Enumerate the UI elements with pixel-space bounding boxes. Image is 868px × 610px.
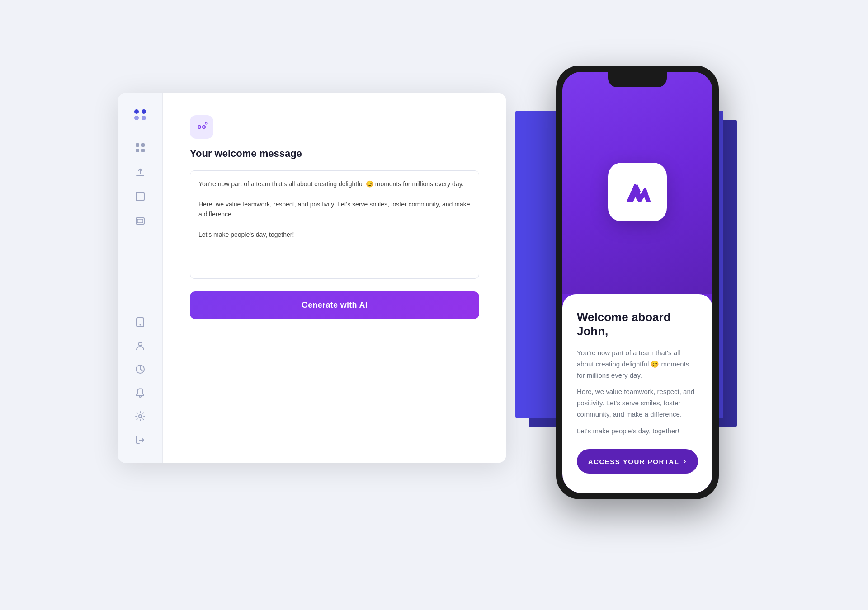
main-content: Your welcome message Generate with AI	[163, 93, 506, 463]
chart-icon[interactable]	[130, 359, 150, 379]
phone-body-p1: You're now part of a team that's all abo…	[577, 347, 698, 381]
logout-icon[interactable]	[130, 430, 150, 450]
svg-rect-6	[136, 149, 139, 152]
svg-rect-10	[137, 219, 143, 223]
phone-inner: Welcome aboard John, You're now part of …	[562, 72, 712, 493]
mobile-icon[interactable]	[130, 312, 150, 332]
upload-icon[interactable]	[130, 162, 150, 182]
svg-point-21	[206, 123, 207, 124]
layers-icon[interactable]	[130, 211, 150, 231]
phone-bottom-card: Welcome aboard John, You're now part of …	[562, 294, 712, 493]
chevron-right-icon: ›	[684, 457, 687, 465]
svg-point-18	[198, 126, 200, 128]
message-textarea[interactable]	[190, 170, 479, 279]
app-icon-box	[608, 163, 667, 221]
sidebar-logo	[132, 106, 148, 124]
svg-point-13	[138, 342, 142, 346]
access-button-label: ACCESS YOUR PORTAL	[588, 458, 679, 465]
svg-point-12	[139, 324, 141, 326]
svg-point-1	[142, 109, 146, 114]
svg-rect-8	[136, 192, 144, 201]
grid-icon[interactable]	[130, 138, 150, 158]
svg-point-2	[134, 116, 139, 120]
desktop-app-card: Your welcome message Generate with AI	[118, 93, 506, 463]
svg-point-15	[139, 415, 142, 418]
scene: Your welcome message Generate with AI	[118, 56, 750, 554]
svg-rect-4	[136, 143, 139, 147]
settings-icon[interactable]	[130, 406, 150, 426]
svg-rect-7	[141, 149, 145, 152]
sidebar	[118, 93, 163, 463]
sidebar-bottom	[130, 312, 150, 450]
phone-notch	[608, 72, 667, 87]
phone-welcome-heading: Welcome aboard John,	[577, 310, 698, 338]
phone-frame: Welcome aboard John, You're now part of …	[556, 66, 719, 499]
bell-icon[interactable]	[130, 383, 150, 403]
section-title: Your welcome message	[190, 148, 479, 160]
user-icon[interactable]	[130, 336, 150, 356]
phone-wrapper: Welcome aboard John, You're now part of …	[524, 56, 750, 508]
generate-button[interactable]: Generate with AI	[190, 291, 479, 319]
phone-body-p3: Let's make people's day, together!	[577, 426, 698, 437]
phone-top-section	[562, 72, 712, 294]
svg-point-0	[134, 109, 139, 114]
access-portal-button[interactable]: ACCESS YOUR PORTAL ›	[577, 449, 698, 474]
svg-rect-5	[141, 143, 145, 147]
square-icon[interactable]	[130, 187, 150, 206]
svg-point-3	[142, 116, 146, 120]
phone-body-p2: Here, we value teamwork, respect, and po…	[577, 386, 698, 420]
svg-point-19	[203, 126, 205, 128]
welcome-icon-box	[190, 115, 213, 139]
